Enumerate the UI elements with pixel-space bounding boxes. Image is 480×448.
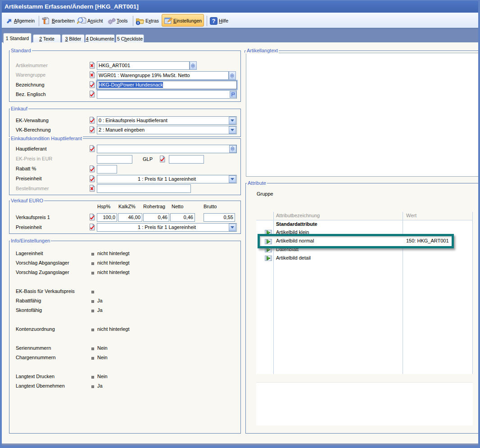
svg-text:?: ? (212, 18, 216, 24)
